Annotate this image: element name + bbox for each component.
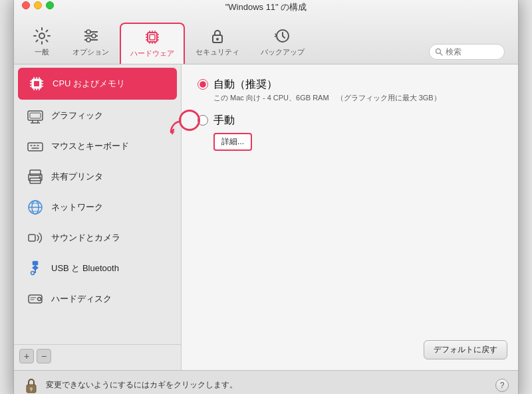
- add-button[interactable]: +: [19, 349, 34, 363]
- svg-rect-8: [150, 35, 155, 40]
- manual-option: 手動 詳細...: [213, 114, 252, 151]
- search-icon: [435, 48, 443, 56]
- radio-group: 自動（推奨） この Mac 向け - 4 CPU、6GB RAM （グラフィック…: [198, 78, 502, 151]
- toolbar-label-security: セキュリティ: [196, 47, 239, 57]
- svg-point-24: [436, 49, 441, 53]
- manual-radio[interactable]: [198, 115, 208, 126]
- svg-line-25: [440, 53, 442, 55]
- manual-radio-row: 手動 詳細...: [198, 114, 502, 151]
- sidebar-label-cpu: CPU およびメモリ: [53, 78, 125, 90]
- chip-icon: [143, 28, 162, 47]
- sidebar-item-usb[interactable]: USB と Bluetooth: [18, 254, 177, 283]
- sidebar-item-cpu[interactable]: CPU およびメモリ: [18, 68, 177, 100]
- svg-rect-7: [148, 33, 157, 42]
- bottom-bar: 変更できないようにするにはカギをクリックします。 ?: [14, 370, 518, 395]
- toolbar-label-options: オプション: [72, 47, 109, 57]
- svg-rect-60: [33, 261, 38, 265]
- svg-point-22: [216, 38, 219, 41]
- svg-point-62: [31, 271, 35, 274]
- content-area: CPU およびメモリ グラフィック: [14, 64, 518, 370]
- cpu-icon: [27, 74, 46, 93]
- toolbar-label-hardware: ハードウェア: [130, 49, 174, 58]
- svg-rect-27: [34, 81, 39, 86]
- toolbar: 一般 オプション: [22, 19, 510, 64]
- gear-icon: [33, 27, 51, 45]
- search-input[interactable]: [446, 47, 499, 56]
- lock-icon: [208, 27, 227, 45]
- svg-rect-41: [30, 113, 41, 118]
- svg-point-53: [39, 176, 41, 178]
- toolbar-item-options[interactable]: オプション: [62, 21, 120, 64]
- sidebar-label-harddisk: ハードディスク: [51, 293, 112, 305]
- svg-rect-45: [28, 143, 43, 151]
- svg-point-64: [38, 297, 41, 300]
- sidebar-item-network[interactable]: ネットワーク: [18, 193, 177, 222]
- printer-icon: [26, 167, 45, 186]
- sidebar-label-network: ネットワーク: [51, 201, 103, 213]
- titlebar: "Windows 11" の構成 一般: [14, 0, 518, 64]
- network-icon: [26, 198, 45, 217]
- search-box[interactable]: [429, 44, 505, 60]
- sidebar-label-graphics: グラフィック: [51, 110, 103, 122]
- sidebar-item-sound[interactable]: サウンドとカメラ: [18, 223, 177, 252]
- window: "Windows 11" の構成 一般: [13, 0, 519, 394]
- clock-icon: [273, 27, 292, 45]
- lock-icon-wrap[interactable]: [23, 376, 39, 395]
- graphics-icon: [26, 106, 45, 125]
- toolbar-item-general[interactable]: 一般: [22, 21, 62, 64]
- toolbar-label-general: 一般: [35, 47, 49, 57]
- sidebar-label-usb: USB と Bluetooth: [51, 262, 119, 274]
- usb-icon: [26, 259, 45, 278]
- svg-point-5: [92, 34, 96, 38]
- sidebar-label-sound: サウンドとカメラ: [51, 232, 120, 244]
- harddisk-icon: [26, 290, 45, 308]
- help-button[interactable]: ?: [495, 379, 509, 392]
- minimize-button[interactable]: [34, 1, 42, 9]
- sidebar-label-keyboard: マウスとキーボード: [51, 140, 129, 152]
- maximize-button[interactable]: [46, 1, 54, 9]
- sidebar-item-harddisk[interactable]: ハードディスク: [18, 284, 177, 314]
- close-button[interactable]: [22, 1, 30, 9]
- svg-rect-59: [29, 235, 35, 241]
- auto-radio[interactable]: [198, 79, 208, 90]
- svg-point-69: [30, 387, 33, 390]
- svg-rect-63: [29, 295, 42, 303]
- svg-point-6: [86, 38, 90, 42]
- sidebar: CPU およびメモリ グラフィック: [14, 64, 182, 370]
- sidebar-label-printer: 共有プリンタ: [51, 171, 103, 183]
- sidebar-item-printer[interactable]: 共有プリンタ: [18, 162, 177, 191]
- keyboard-icon: [26, 137, 45, 155]
- window-title: "Windows 11" の構成: [22, 1, 510, 13]
- auto-option-label: 自動（推奨） この Mac 向け - 4 CPU、6GB RAM （グラフィック…: [213, 78, 441, 103]
- toolbar-item-security[interactable]: セキュリティ: [185, 21, 250, 64]
- toolbar-item-backup[interactable]: バックアップ: [250, 21, 315, 64]
- default-button[interactable]: デフォルトに戻す: [424, 340, 507, 359]
- toolbar-label-backup: バックアップ: [261, 47, 305, 57]
- lock-icon: [25, 377, 38, 394]
- svg-rect-50: [30, 170, 41, 175]
- sidebar-item-graphics[interactable]: グラフィック: [18, 101, 177, 130]
- sidebar-footer: + −: [14, 344, 181, 367]
- bottom-text: 変更できないようにするにはカギをクリックします。: [46, 379, 489, 391]
- sidebar-item-keyboard[interactable]: マウスとキーボード: [18, 132, 177, 161]
- main-panel: 自動（推奨） この Mac 向け - 4 CPU、6GB RAM （グラフィック…: [182, 64, 518, 370]
- svg-point-0: [39, 33, 45, 39]
- svg-point-4: [86, 30, 90, 34]
- remove-button[interactable]: −: [37, 349, 51, 363]
- detail-button[interactable]: 詳細...: [213, 133, 252, 151]
- sliders-icon: [82, 27, 100, 45]
- sound-icon: [26, 229, 45, 247]
- toolbar-item-hardware[interactable]: ハードウェア: [120, 23, 185, 64]
- auto-radio-row: 自動（推奨） この Mac 向け - 4 CPU、6GB RAM （グラフィック…: [198, 78, 502, 103]
